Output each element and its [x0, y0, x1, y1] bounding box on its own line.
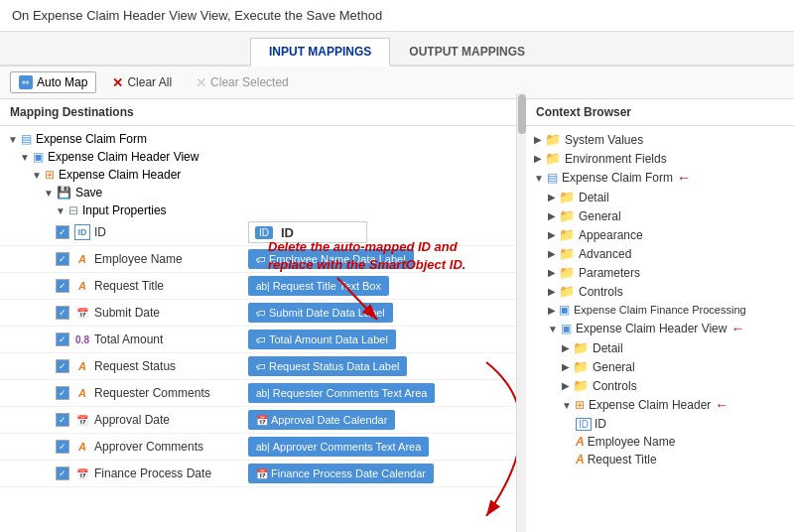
tabs-bar: INPUT MAPPINGS OUTPUT MAPPINGS: [0, 32, 794, 66]
checkbox-sub[interactable]: [56, 306, 69, 320]
cb-label: Detail: [579, 191, 609, 204]
page-title-text: On Expense Claim Header View View, Execu…: [12, 8, 382, 23]
tab-output-mappings[interactable]: OUTPUT MAPPINGS: [390, 38, 544, 66]
mapping-row-approval-date[interactable]: 📅 Approval Date 📅 Approval Date Calendar: [0, 407, 525, 434]
mapping-row-id[interactable]: ID ID ID ID: [0, 219, 525, 246]
mapping-row-approver-comments[interactable]: A Approver Comments ab| Approver Comment…: [0, 434, 525, 461]
cb-finance-processing[interactable]: ▶ ▣ Expense Claim Finance Processing: [526, 301, 794, 319]
field-name-appd: Approval Date: [94, 413, 248, 427]
checkbox-rst[interactable]: [56, 359, 69, 373]
save-icon: 💾: [57, 186, 71, 200]
field-name-tot: Total Amount: [94, 332, 248, 346]
toolbar: ⇔ Auto Map ✕ Clear All ✕ Clear Selected: [0, 66, 794, 99]
cb-detail-1[interactable]: ▶ 📁 Detail: [526, 188, 794, 206]
cb-label: Expense Claim Header View: [576, 322, 728, 335]
cb-arrow: ▼: [548, 324, 558, 334]
checkbox-appd[interactable]: [56, 413, 69, 427]
appd-tag: 📅 Approval Date Calendar: [248, 410, 395, 430]
mapping-row-request-status[interactable]: A Request Status 🏷 Request Status Data L…: [0, 353, 525, 380]
cb-detail-2[interactable]: ▶ 📁 Detail: [526, 338, 794, 357]
cb-expense-claim-header[interactable]: ▼ ⊞ Expense Claim Header ←: [526, 395, 794, 415]
cb-arrow: ▼: [562, 400, 572, 411]
tree-expense-claim-header[interactable]: ▼ ⊞ Expense Claim Header: [0, 166, 525, 184]
field-name-emp: Employee Name: [94, 252, 248, 266]
cb-controls-1[interactable]: ▶ 📁 Controls: [526, 282, 794, 301]
mapping-row-total-amount[interactable]: 0.8 Total Amount 🏷 Total Amount Data Lab…: [0, 327, 525, 353]
clear-selected-button[interactable]: ✕ Clear Selected: [188, 72, 297, 93]
cb-a-icon: A: [576, 435, 585, 449]
fpd-tag: 📅 Finance Process Date Calendar: [248, 464, 434, 483]
cb-expense-claim-header-view[interactable]: ▼ ▣ Expense Claim Header View ←: [526, 319, 794, 338]
cb-req-icon: A: [576, 453, 585, 466]
checkbox-rcom[interactable]: [56, 386, 69, 400]
cb-folder-icon: 📁: [559, 208, 575, 223]
field-name-rst: Request Status: [94, 359, 248, 373]
a-field-icon: A: [74, 385, 90, 401]
field-name-fpd: Finance Process Date: [94, 466, 248, 480]
cb-label: ID: [595, 417, 606, 431]
cb-system-values[interactable]: ▶ 📁 System Values: [526, 130, 794, 149]
right-panel-header: Context Browser: [526, 99, 794, 126]
tree-save[interactable]: ▼ 💾 Save: [0, 184, 525, 201]
tree-input-properties[interactable]: ▼ ⊟ Input Properties: [0, 201, 525, 219]
tab-input-mappings[interactable]: INPUT MAPPINGS: [250, 38, 390, 66]
id-input-box[interactable]: ID ID: [248, 221, 367, 243]
checkbox-req[interactable]: [56, 279, 69, 293]
cb-folder-icon: 📁: [545, 132, 561, 147]
tree-expense-claim-header-view[interactable]: ▼ ▣ Expense Claim Header View: [0, 148, 525, 166]
cb-general-1[interactable]: ▶ 📁 General: [526, 206, 794, 225]
appc-tag: ab| Approver Comments Text Area: [248, 437, 429, 457]
checkbox-appc[interactable]: [56, 440, 69, 454]
checkbox-emp[interactable]: [56, 252, 69, 266]
tag-icon: ab|: [256, 388, 270, 399]
cb-arrow: ▶: [562, 342, 570, 353]
auto-map-button[interactable]: ⇔ Auto Map: [10, 71, 96, 93]
tree-label: Expense Claim Header View: [48, 150, 199, 164]
rcom-tag: ab| Requester Comments Text Area: [248, 383, 435, 403]
field-name-sub: Submit Date: [94, 306, 248, 320]
rst-tag: 🏷 Request Status Data Label: [248, 356, 407, 376]
mapping-tree: ▼ ▤ Expense Claim Form ▼ ▣ Expense Claim…: [0, 126, 525, 491]
cb-arrow: ▶: [534, 134, 542, 145]
a-field-icon: A: [74, 278, 90, 294]
cb-request-title[interactable]: A Request Title: [526, 451, 794, 468]
mapping-row-submit-date[interactable]: 📅 Submit Date 🏷 Submit Date Data Label: [0, 300, 525, 327]
cb-folder-icon: 📁: [559, 265, 575, 280]
cb-controls-2[interactable]: ▶ 📁 Controls: [526, 376, 794, 395]
cb-advanced[interactable]: ▶ 📁 Advanced: [526, 244, 794, 263]
tree-label: Expense Claim Form: [36, 132, 147, 146]
fpd-mapping-value: 📅 Finance Process Date Calendar: [248, 463, 521, 484]
checkbox-id[interactable]: [56, 225, 69, 239]
cb-id-field[interactable]: ID ID: [526, 415, 794, 433]
clear-all-button[interactable]: ✕ Clear All: [104, 72, 180, 93]
cb-label: Appearance: [579, 228, 643, 242]
checkbox-fpd[interactable]: [56, 466, 69, 480]
checkbox-tot[interactable]: [56, 332, 69, 346]
cb-general-2[interactable]: ▶ 📁 General: [526, 357, 794, 376]
clear-selected-label: Clear Selected: [210, 75, 289, 89]
cb-expense-claim-form[interactable]: ▼ ▤ Expense Claim Form ←: [526, 168, 794, 188]
req-tag: ab| Request Title Text Box: [248, 276, 389, 296]
tag-icon: ab|: [256, 281, 270, 292]
tag-icon: 🏷: [256, 254, 266, 265]
appd-mapping-value: 📅 Approval Date Calendar: [248, 409, 521, 431]
cb-environment-fields[interactable]: ▶ 📁 Environment Fields: [526, 149, 794, 168]
mapping-row-employee-name[interactable]: A Employee Name 🏷 Employee Name Data Lab…: [0, 246, 525, 273]
mapping-row-req-comments[interactable]: A Requester Comments ab| Requester Comme…: [0, 380, 525, 407]
emp-mapping-value: 🏷 Employee Name Data Label: [248, 248, 521, 270]
tree-expense-claim-form[interactable]: ▼ ▤ Expense Claim Form: [0, 130, 525, 148]
id-mapping-value: ID ID: [248, 221, 521, 243]
arrow-icon: ▼: [8, 134, 18, 145]
main-content: Mapping Destinations ▼ ▤ Expense Claim F…: [0, 99, 794, 532]
scrollbar-thumb[interactable]: [518, 94, 526, 134]
cb-parameters[interactable]: ▶ 📁 Parameters: [526, 263, 794, 282]
cb-arrow: ▶: [548, 267, 556, 278]
view-icon: ▣: [33, 150, 44, 164]
cb-employee-name[interactable]: A Employee Name: [526, 433, 794, 451]
cb-folder-icon: 📁: [559, 227, 575, 242]
scrollbar-track[interactable]: [516, 93, 526, 532]
mapping-row-finance-date[interactable]: 📅 Finance Process Date 📅 Finance Process…: [0, 461, 525, 487]
req-mapping-value: ab| Request Title Text Box: [248, 275, 521, 297]
cb-appearance[interactable]: ▶ 📁 Appearance: [526, 225, 794, 244]
mapping-row-request-title[interactable]: A Request Title ab| Request Title Text B…: [0, 273, 525, 300]
